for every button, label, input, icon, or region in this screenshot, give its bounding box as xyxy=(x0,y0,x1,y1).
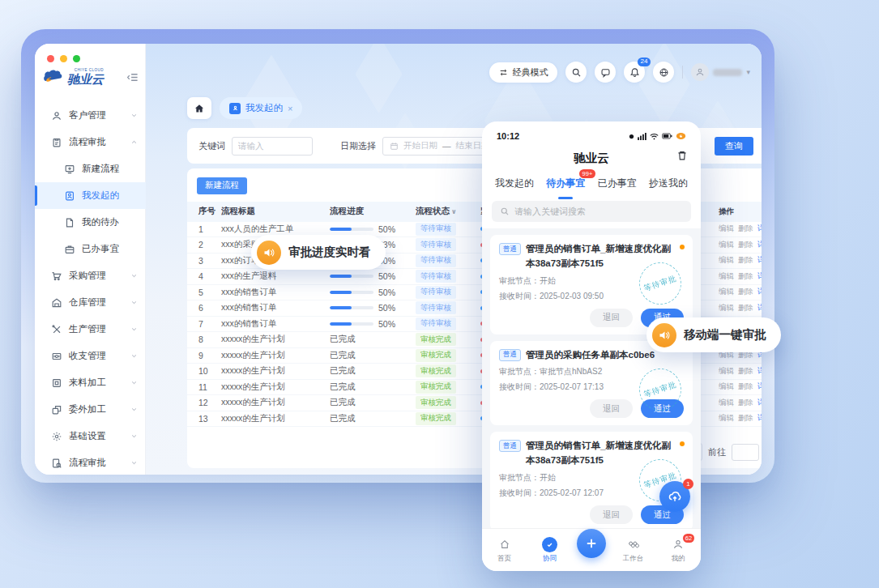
approval-card[interactable]: 普通 管理员的采购任务单副本c0be6 等待审批审批节点：审批节点hNbAS2 … xyxy=(490,341,693,426)
clipboard-icon xyxy=(51,137,62,148)
delete-link[interactable]: 删除 xyxy=(738,255,753,266)
sidebar-item[interactable]: 来料加工 xyxy=(35,369,146,396)
window-controls xyxy=(47,55,80,62)
sidebar-item[interactable]: 仓库管理 xyxy=(35,289,146,316)
row-index: 12 xyxy=(187,398,221,407)
message-icon[interactable] xyxy=(595,62,616,83)
mobile-tab[interactable]: 已办事宜 xyxy=(598,173,637,196)
minimize-window-button[interactable] xyxy=(60,55,67,62)
maximize-window-button[interactable] xyxy=(73,55,80,62)
edit-link[interactable]: 编辑 xyxy=(719,287,734,297)
detail-link[interactable]: 详情 xyxy=(757,381,762,392)
sidebar-subitem-label: 我的待办 xyxy=(82,216,138,228)
edit-link[interactable]: 编辑 xyxy=(719,366,734,377)
detail-link[interactable]: 详情 xyxy=(757,366,762,377)
cloud-upload-fab[interactable]: 1 xyxy=(659,481,690,512)
edit-link[interactable]: 编辑 xyxy=(719,381,734,392)
card-tag: 普通 xyxy=(499,440,521,452)
add-button[interactable] xyxy=(577,529,606,558)
keyword-input[interactable] xyxy=(232,137,313,156)
classic-mode-button[interactable]: 经典模式 xyxy=(489,62,557,83)
sidebar-item[interactable]: 基础设置 xyxy=(35,423,146,450)
home-icon[interactable] xyxy=(187,97,211,119)
close-tab-icon[interactable]: × xyxy=(288,104,292,113)
callout-approval-progress: 审批进度实时看 xyxy=(251,235,386,270)
edit-link[interactable]: 编辑 xyxy=(719,303,734,313)
query-button[interactable]: 查询 xyxy=(715,137,753,156)
detail-link[interactable]: 详情 xyxy=(757,271,762,282)
sidebar-item[interactable]: 流程审批 xyxy=(35,450,146,475)
edit-link[interactable]: 编辑 xyxy=(719,255,734,266)
delete-link[interactable]: 删除 xyxy=(738,287,753,297)
detail-link[interactable]: 详情 xyxy=(757,303,762,313)
chevron-up-icon xyxy=(130,138,138,146)
close-window-button[interactable] xyxy=(47,55,54,62)
nav-item[interactable]: 我的 62 xyxy=(660,537,696,564)
nav-item[interactable]: 首页 xyxy=(487,537,523,564)
delete-link[interactable]: 删除 xyxy=(738,271,753,282)
sidebar-subitem[interactable]: 我的待办 xyxy=(35,209,146,236)
detail-link[interactable]: 详情 xyxy=(757,224,762,234)
topbar: 经典模式 24 xyxy=(489,62,750,83)
sidebar-item[interactable]: 流程审批 xyxy=(35,129,146,156)
edit-link[interactable]: 编辑 xyxy=(719,398,734,408)
reject-button[interactable]: 退回 xyxy=(590,505,633,524)
edit-link[interactable]: 编辑 xyxy=(719,413,734,424)
edit-link[interactable]: 编辑 xyxy=(719,271,734,282)
mobile-tab[interactable]: 待办事宜99+ xyxy=(546,173,585,196)
delete-link[interactable]: 删除 xyxy=(738,381,753,392)
dot-icon xyxy=(629,134,634,139)
nav-active-item[interactable]: 协同 xyxy=(531,537,567,564)
detail-link[interactable]: 详情 xyxy=(757,287,762,297)
sidebar-item[interactable]: 生产管理 xyxy=(35,316,146,343)
detail-link[interactable]: 详情 xyxy=(757,413,762,424)
warehouse-icon xyxy=(51,297,62,309)
approval-card[interactable]: 普通 管理员的销售订单_新增速度优化副本38a73副本751f5 等待审批审批节… xyxy=(490,432,693,528)
progress-bar xyxy=(330,275,373,278)
user-menu[interactable]: ▾ xyxy=(691,63,750,81)
header-status[interactable]: 流程状态∨ xyxy=(416,206,480,217)
finance-icon xyxy=(51,351,62,362)
edit-link[interactable]: 编辑 xyxy=(719,240,734,250)
mobile-tab[interactable]: 抄送我的 xyxy=(649,173,688,196)
sidebar-item[interactable]: 客户管理 xyxy=(35,102,146,129)
edit-link[interactable]: 编辑 xyxy=(719,224,734,234)
eye-icon xyxy=(676,132,686,140)
initiated-icon xyxy=(64,190,75,202)
delete-link[interactable]: 删除 xyxy=(738,366,753,377)
search-icon xyxy=(500,207,510,216)
trash-icon[interactable] xyxy=(676,150,688,161)
mobile-tab[interactable]: 我发起的 xyxy=(495,173,534,196)
detail-link[interactable]: 详情 xyxy=(757,255,762,266)
sidebar-subitem[interactable]: 新建流程 xyxy=(35,156,146,182)
new-process-button[interactable]: 新建流程 xyxy=(197,177,247,194)
detail-link[interactable]: 详情 xyxy=(757,240,762,250)
page-goto-input[interactable] xyxy=(732,444,759,461)
bell-icon[interactable]: 24 xyxy=(624,62,645,83)
sidebar-item[interactable]: 委外加工 xyxy=(35,396,146,423)
detail-link[interactable]: 详情 xyxy=(757,398,762,408)
delete-link[interactable]: 删除 xyxy=(738,224,753,234)
search-icon[interactable] xyxy=(565,62,587,83)
sidebar-collapse-icon[interactable] xyxy=(126,71,139,83)
nav-item[interactable]: 工作台 xyxy=(616,537,651,564)
mobile-search-bar[interactable]: 请输入关键词搜索 xyxy=(492,201,691,222)
reject-button[interactable]: 退回 xyxy=(590,309,633,327)
delete-link[interactable]: 删除 xyxy=(738,303,753,313)
reject-button[interactable]: 退回 xyxy=(590,399,633,418)
tab-my-initiated[interactable]: 我发起的 × xyxy=(220,97,302,119)
production-icon xyxy=(51,324,62,335)
delete-link[interactable]: 删除 xyxy=(738,240,753,250)
sidebar-subitem[interactable]: 已办事宜 xyxy=(35,236,146,262)
speaker-icon xyxy=(652,323,676,347)
globe-icon[interactable] xyxy=(653,62,674,83)
callout-text: 移动端一键审批 xyxy=(684,327,766,343)
sidebar-item[interactable]: 采购管理 xyxy=(35,262,146,289)
delete-link[interactable]: 删除 xyxy=(738,413,753,424)
sidebar-item-label: 采购管理 xyxy=(69,270,130,282)
row-index: 2 xyxy=(187,240,221,249)
delete-link[interactable]: 删除 xyxy=(738,398,753,408)
sidebar-item[interactable]: 收支管理 xyxy=(35,343,146,369)
sidebar-subitem-label: 新建流程 xyxy=(82,163,138,175)
sidebar-subitem[interactable]: 我发起的 xyxy=(35,182,146,209)
